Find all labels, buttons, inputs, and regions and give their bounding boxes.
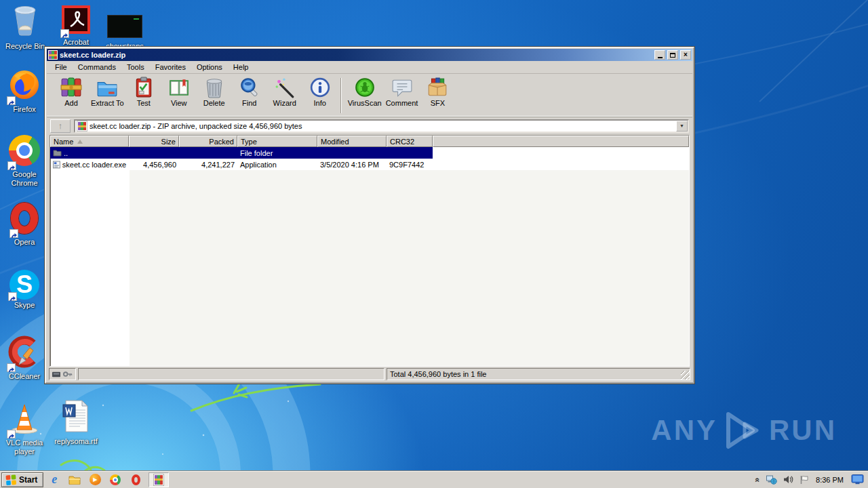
winrar-window: skeet.cc loader.zip × File Commands Tool… [45, 47, 694, 384]
menu-favorites[interactable]: Favorites [150, 62, 191, 73]
add-label: Add [64, 99, 78, 107]
column-header-size[interactable]: Size [129, 136, 179, 147]
row-size-cell: 4,456,960 [129, 161, 179, 169]
menu-help[interactable]: Help [228, 62, 254, 73]
view-book-icon [168, 77, 190, 98]
find-button[interactable]: Find [232, 76, 267, 108]
desktop-icon-label: Opera [3, 238, 46, 247]
comment-button[interactable]: Comment [384, 76, 420, 108]
display-icon[interactable] [851, 474, 864, 485]
sfx-label: SFX [431, 99, 445, 107]
desktop-icon-ccleaner[interactable]: CCleaner [3, 336, 46, 381]
desktop-icon-showstraps[interactable]: showstraps [102, 15, 148, 51]
media-player-icon: ▶ [90, 474, 101, 485]
sfx-button[interactable]: SFX [420, 76, 455, 108]
info-button[interactable]: Info [302, 76, 338, 108]
column-header-crc32[interactable]: CRC32 [387, 136, 433, 147]
list-background-shade [130, 170, 689, 366]
extract-to-button[interactable]: Extract To [89, 76, 126, 108]
folder-icon [68, 475, 81, 485]
delete-label: Delete [203, 99, 225, 107]
opera-icon [132, 474, 140, 485]
status-message-panel [78, 368, 384, 380]
windows-logo-icon [5, 474, 17, 485]
column-header-type[interactable]: Type [237, 136, 317, 147]
folder-up-icon [53, 149, 62, 157]
taskbar: Start e ▶ « 8:36 PM [0, 470, 868, 488]
start-button[interactable]: Start [2, 473, 43, 487]
row-type-cell: File folder [237, 149, 317, 157]
system-tray: « 8:36 PM [755, 471, 868, 488]
titlebar[interactable]: skeet.cc loader.zip × [47, 49, 692, 61]
view-button[interactable]: View [161, 76, 197, 108]
anyrun-watermark: ANY RUN [651, 411, 837, 450]
close-button[interactable]: × [680, 50, 691, 60]
tray-expand-chevron-icon[interactable]: « [753, 477, 763, 482]
column-header-modified[interactable]: Modified [317, 136, 387, 147]
shortcut-arrow-icon [9, 229, 18, 238]
menu-tools[interactable]: Tools [121, 62, 150, 73]
desktop-icon-recycle-bin[interactable]: Recycle Bin [1, 3, 49, 51]
up-one-level-button[interactable]: ↑ [50, 119, 71, 133]
menu-commands[interactable]: Commands [73, 62, 121, 73]
toolbar: Add Extract To Test [47, 74, 692, 117]
desktop-icon-label: Recycle Bin [1, 42, 49, 51]
extract-folder-icon [96, 77, 118, 98]
menu-file[interactable]: File [50, 62, 73, 73]
address-combobox[interactable]: skeet.cc loader.zip - ZIP archive, unpac… [74, 119, 689, 133]
taskbar-opera-button[interactable] [127, 472, 144, 487]
address-text: skeet.cc loader.zip - ZIP archive, unpac… [90, 122, 673, 130]
row-type-cell: Application [237, 161, 317, 169]
desktop-icon-vlc[interactable]: VLC media player [3, 401, 46, 456]
recycle-bin-icon [9, 3, 41, 41]
window-title: skeet.cc loader.zip [60, 51, 652, 59]
taskbar-wmp-button[interactable]: ▶ [86, 472, 104, 487]
menu-options[interactable]: Options [191, 62, 228, 73]
desktop-icon-skype[interactable]: S Skype [3, 270, 46, 310]
desktop-icon-replysoma-rtf[interactable]: replysoma.rtf [52, 399, 100, 446]
network-icon[interactable] [766, 475, 777, 485]
resize-grip[interactable] [681, 371, 690, 380]
maximize-button[interactable] [667, 50, 678, 60]
taskbar-chrome-button[interactable] [106, 472, 124, 487]
watermark-run: RUN [769, 414, 837, 447]
find-magnifier-icon [239, 77, 260, 98]
desktop-icon-firefox[interactable]: Firefox [3, 68, 46, 114]
taskbar-clock[interactable]: 8:36 PM [814, 476, 845, 484]
archive-icon [77, 121, 87, 131]
test-label: Test [137, 99, 151, 107]
minimize-button[interactable] [654, 50, 665, 60]
chrome-icon [9, 135, 40, 169]
virusscan-button[interactable]: VirusScan [346, 76, 384, 108]
view-label: View [171, 99, 187, 107]
drive-icon [52, 371, 60, 378]
table-row-loader-exe[interactable]: skeet.cc loader.exe 4,456,960 4,241,227 … [50, 159, 689, 170]
action-center-flag-icon[interactable] [800, 475, 808, 485]
comment-bubble-icon [391, 77, 413, 98]
wizard-label: Wizard [273, 99, 296, 107]
add-button[interactable]: Add [54, 76, 89, 108]
dropdown-arrow-icon[interactable]: ▼ [676, 121, 688, 131]
desktop-icon-google-chrome[interactable]: Google Chrome [3, 135, 46, 188]
taskbar-winrar-button-active[interactable] [149, 472, 169, 487]
list-header: Name Size Packed Type Modified CRC32 [50, 136, 689, 147]
row-packed-cell: 4,241,227 [179, 161, 237, 169]
firefox-icon [8, 68, 41, 104]
watermark-any: ANY [651, 414, 717, 447]
desktop-icon-acrobat[interactable]: Acrobat [54, 5, 98, 47]
status-total-panel: Total 4,456,960 bytes in 1 file [387, 368, 690, 380]
menu-bar: File Commands Tools Favorites Options He… [47, 61, 692, 74]
volume-icon[interactable] [783, 475, 793, 484]
desktop-icon-opera[interactable]: Opera [3, 203, 46, 247]
delete-button[interactable]: Delete [197, 76, 232, 108]
taskbar-explorer-button[interactable] [66, 472, 83, 487]
wizard-button[interactable]: Wizard [267, 76, 302, 108]
start-label: Start [19, 475, 37, 485]
column-header-name[interactable]: Name [50, 136, 129, 147]
word-document-icon [62, 399, 90, 436]
table-row-parent-folder[interactable]: .. File folder [50, 147, 433, 159]
column-header-packed[interactable]: Packed [179, 136, 237, 147]
application-file-icon [53, 161, 60, 169]
test-button[interactable]: Test [126, 76, 161, 108]
taskbar-ie-button[interactable]: e [45, 472, 63, 487]
